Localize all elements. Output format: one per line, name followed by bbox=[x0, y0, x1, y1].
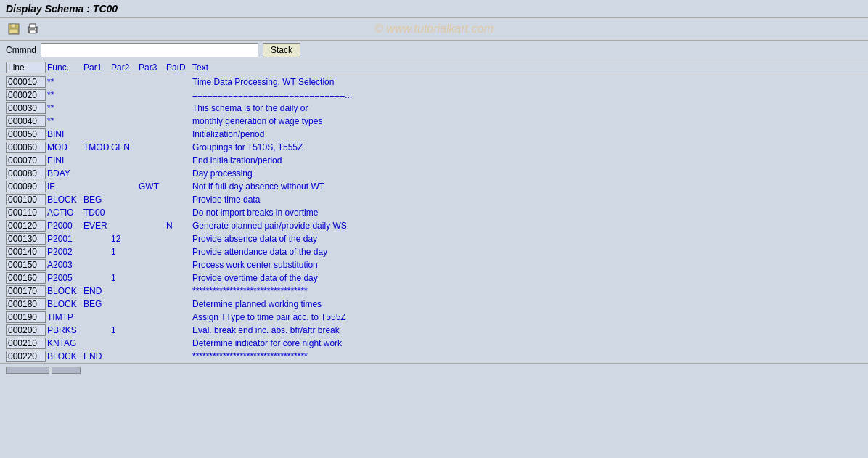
save-icon[interactable] bbox=[6, 21, 22, 37]
svg-rect-2 bbox=[9, 29, 18, 33]
col-header-par4: Par4 bbox=[165, 62, 178, 73]
col-header-d: D bbox=[178, 62, 191, 73]
cell-par4: N bbox=[165, 221, 178, 231]
cell-text: End initialization/period bbox=[191, 155, 862, 165]
svg-rect-5 bbox=[30, 30, 36, 33]
toolbar: © www.tutorialkart.com bbox=[0, 18, 868, 41]
table-row[interactable]: 000050 BINI Initialization/period bbox=[6, 128, 862, 141]
cell-par2: 1 bbox=[110, 273, 137, 283]
cell-func: MOD bbox=[46, 142, 82, 152]
title-text: Display Schema : TC00 bbox=[6, 3, 118, 15]
cell-func: ** bbox=[46, 103, 82, 113]
table-row[interactable]: 000030 ** This schema is for the daily o… bbox=[6, 102, 862, 115]
col-header-line: Line bbox=[6, 62, 46, 73]
table-row[interactable]: 000110 ACTIO TD00 Do not import breaks i… bbox=[6, 206, 862, 219]
cell-func: A2003 bbox=[46, 260, 82, 270]
cell-line: 000090 bbox=[6, 181, 46, 192]
table-row[interactable]: 000200 PBRKS 1 Eval. break end inc. abs.… bbox=[6, 324, 862, 337]
cell-line: 000080 bbox=[6, 168, 46, 179]
table-row[interactable]: 000040 ** monthly generation of wage typ… bbox=[6, 115, 862, 128]
cell-text: Assign TType to time pair acc. to T555Z bbox=[191, 312, 862, 322]
cell-func: P2002 bbox=[46, 247, 82, 257]
cell-par2: 1 bbox=[110, 325, 137, 335]
cell-line: 000010 bbox=[6, 76, 46, 88]
command-input[interactable] bbox=[41, 43, 258, 57]
command-label: Cmmnd bbox=[6, 45, 36, 55]
cell-func: IF bbox=[46, 181, 82, 192]
col-header-text: Text bbox=[191, 62, 862, 73]
table-row[interactable]: 000140 P2002 1 Provide attendance data o… bbox=[6, 245, 862, 258]
cell-par1: END bbox=[82, 351, 110, 361]
cell-text: Provide absence data of the day bbox=[191, 234, 862, 244]
cell-func: ACTIO bbox=[46, 208, 82, 218]
toolbar-icons bbox=[6, 21, 41, 37]
cell-par2: GEN bbox=[110, 142, 137, 152]
cell-line: 000040 bbox=[6, 115, 46, 127]
table-row[interactable]: 000070 EINI End initialization/period bbox=[6, 154, 862, 167]
cell-line: 000190 bbox=[6, 311, 46, 323]
table-row[interactable]: 000060 MOD TMOD GEN Groupings for T510S,… bbox=[6, 141, 862, 154]
cell-line: 000110 bbox=[6, 207, 46, 218]
table-row[interactable]: 000120 P2000 EVER N Generate planned pai… bbox=[6, 219, 862, 232]
table-row[interactable]: 000160 P2005 1 Provide overtime data of … bbox=[6, 271, 862, 285]
table-row[interactable]: 000100 BLOCK BEG Provide time data bbox=[6, 193, 862, 206]
cell-line: 000140 bbox=[6, 246, 46, 258]
cell-par1: EVER bbox=[82, 221, 110, 231]
cell-text: ********************************** bbox=[191, 286, 862, 296]
stack-button[interactable]: Stack bbox=[263, 43, 300, 57]
table-row[interactable]: 000020 ** ==============================… bbox=[6, 89, 862, 102]
cell-line: 000200 bbox=[6, 324, 46, 336]
scroll-indicator-2[interactable] bbox=[52, 367, 81, 374]
cell-text: Do not import breaks in overtime bbox=[191, 208, 862, 218]
cell-text: Provide attendance data of the day bbox=[191, 247, 862, 257]
command-bar: Cmmnd Stack bbox=[0, 41, 868, 60]
cell-func: BLOCK bbox=[46, 195, 82, 205]
table-row[interactable]: 000170 BLOCK END ***********************… bbox=[6, 285, 862, 298]
cell-func: KNTAG bbox=[46, 338, 82, 348]
cell-func: BINI bbox=[46, 129, 82, 139]
table-row[interactable]: 000150 A2003 Process work center substit… bbox=[6, 258, 862, 271]
cell-text: ==============================... bbox=[191, 90, 862, 100]
cell-text: Process work center substitution bbox=[191, 260, 862, 270]
print-icon[interactable] bbox=[25, 21, 41, 37]
cell-line: 000170 bbox=[6, 285, 46, 297]
cell-par3: GWT bbox=[137, 181, 165, 192]
table-row[interactable]: 000190 TIMTP Assign TType to time pair a… bbox=[6, 311, 862, 324]
table-row[interactable]: 000130 P2001 12 Provide absence data of … bbox=[6, 232, 862, 245]
cell-func: BLOCK bbox=[46, 351, 82, 361]
col-header-func: Func. bbox=[46, 62, 82, 73]
table-row[interactable]: 000180 BLOCK BEG Determine planned worki… bbox=[6, 298, 862, 311]
cell-line: 000150 bbox=[6, 259, 46, 271]
col-header-par2: Par2 bbox=[110, 62, 137, 73]
cell-text: Day processing bbox=[191, 168, 862, 179]
cell-func: P2001 bbox=[46, 234, 82, 244]
svg-rect-1 bbox=[11, 24, 15, 28]
cell-par1: TMOD bbox=[82, 142, 110, 152]
cell-text: ********************************** bbox=[191, 351, 862, 361]
cell-line: 000070 bbox=[6, 155, 46, 166]
cell-text: Generate planned pair/provide daily WS bbox=[191, 221, 862, 231]
cell-func: ** bbox=[46, 90, 82, 100]
cell-text: Groupings for T510S, T555Z bbox=[191, 142, 862, 152]
cell-text: Eval. break end inc. abs. bfr/aftr break bbox=[191, 325, 862, 335]
cell-text: This schema is for the daily or bbox=[191, 103, 862, 113]
bottom-scroll-area bbox=[0, 363, 868, 377]
watermark: © www.tutorialkart.com bbox=[374, 23, 494, 36]
cell-func: P2000 bbox=[46, 221, 82, 231]
cell-text: monthly generation of wage types bbox=[191, 116, 862, 126]
cell-func: BLOCK bbox=[46, 286, 82, 296]
cell-func: PBRKS bbox=[46, 325, 82, 335]
table-row[interactable]: 000210 KNTAG Determine indicator for cor… bbox=[6, 337, 862, 350]
table-row[interactable]: 000220 BLOCK END ***********************… bbox=[6, 350, 862, 363]
table-row[interactable]: 000010 ** Time Data Processing, WT Selec… bbox=[6, 75, 862, 89]
table-row[interactable]: 000090 IF GWT Not if full-day absence wi… bbox=[6, 180, 862, 193]
svg-point-6 bbox=[35, 28, 36, 30]
cell-par2: 1 bbox=[110, 247, 137, 257]
cell-func: EINI bbox=[46, 155, 82, 165]
cell-line: 000100 bbox=[6, 194, 46, 205]
cell-line: 000060 bbox=[6, 142, 46, 153]
cell-text: Time Data Processing, WT Selection bbox=[191, 77, 862, 87]
cell-par1: END bbox=[82, 286, 110, 296]
scroll-indicator[interactable] bbox=[6, 367, 49, 374]
table-row[interactable]: 000080 BDAY Day processing bbox=[6, 167, 862, 180]
